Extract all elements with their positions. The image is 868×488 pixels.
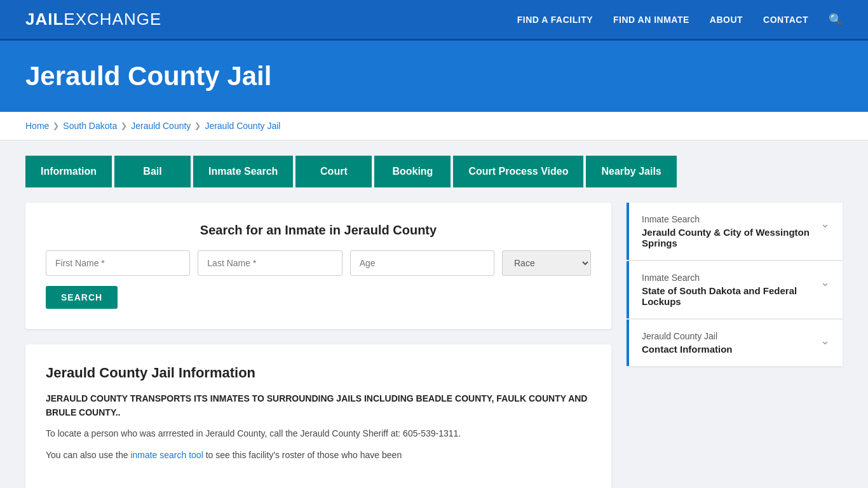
sidebar-card-0-label: Inmate Search (642, 214, 820, 224)
tab-court[interactable]: Court (295, 156, 372, 187)
sidebar-card-2-text: Jerauld County Jail Contact Information (642, 331, 733, 355)
search-icon-button[interactable]: 🔍 (829, 13, 843, 27)
chevron-down-icon-0: ⌄ (820, 217, 830, 231)
tab-nearby-jails[interactable]: Nearby Jails (586, 156, 676, 187)
sidebar-card-1-text: Inmate Search State of South Dakota and … (642, 273, 820, 307)
breadcrumb: Home ❯ South Dakota ❯ Jerauld County ❯ J… (0, 112, 868, 140)
sidebar-card-1-title: State of South Dakota and Federal Lockup… (642, 285, 820, 307)
tab-information[interactable]: Information (25, 156, 112, 187)
breadcrumb-sep-1: ❯ (53, 121, 59, 130)
logo: JAILEXCHANGE (25, 10, 161, 29)
inmate-search-link[interactable]: inmate search tool (130, 450, 203, 460)
age-input[interactable] (350, 250, 494, 276)
search-button[interactable]: SEARCH (46, 286, 118, 309)
first-name-input[interactable] (46, 250, 190, 276)
sidebar-card-2-label: Jerauld County Jail (642, 331, 733, 341)
chevron-down-icon-1: ⌄ (820, 275, 830, 289)
info-text-2: You can also use the inmate search tool … (46, 448, 591, 463)
search-card: Search for an Inmate in Jerauld County R… (25, 203, 611, 329)
sidebar-card-1-label: Inmate Search (642, 273, 820, 283)
info-text-before-link: You can also use the (46, 450, 130, 460)
tab-court-process-video[interactable]: Court Process Video (453, 156, 583, 187)
info-bold-text: JERAULD COUNTY TRANSPORTS ITS INMATES TO… (46, 391, 591, 420)
tab-bail[interactable]: Bail (114, 156, 191, 187)
left-panel: Search for an Inmate in Jerauld County R… (25, 203, 611, 488)
logo-light: EXCHANGE (64, 10, 161, 29)
race-select[interactable]: Race (502, 250, 591, 276)
content-layout: Search for an Inmate in Jerauld County R… (25, 203, 843, 488)
info-title: Jerauld County Jail Information (46, 365, 591, 381)
right-panel: Inmate Search Jerauld County & City of W… (627, 203, 843, 366)
tab-inmate-search[interactable]: Inmate Search (193, 156, 293, 187)
main-container: Information Bail Inmate Search Court Boo… (0, 140, 868, 488)
tabs-bar: Information Bail Inmate Search Court Boo… (25, 156, 843, 187)
nav-about[interactable]: ABOUT (710, 15, 743, 25)
nav-find-inmate[interactable]: FIND AN INMATE (613, 15, 689, 25)
info-text-1: To locate a person who was arrrested in … (46, 426, 591, 442)
tab-booking[interactable]: Booking (374, 156, 451, 187)
search-title: Search for an Inmate in Jerauld County (46, 223, 591, 238)
nav-contact[interactable]: CONTACT (763, 15, 808, 25)
search-form: Race (46, 250, 591, 276)
sidebar-card-0-title: Jerauld County & City of Wessington Spri… (642, 227, 820, 248)
sidebar-card-2[interactable]: Jerauld County Jail Contact Information … (627, 320, 843, 366)
last-name-input[interactable] (198, 250, 342, 276)
sidebar-card-1[interactable]: Inmate Search State of South Dakota and … (627, 261, 843, 318)
breadcrumb-current: Jerauld County Jail (205, 121, 280, 131)
nav: FIND A FACILITY FIND AN INMATE ABOUT CON… (517, 13, 843, 27)
sidebar-card-0[interactable]: Inmate Search Jerauld County & City of W… (627, 203, 843, 260)
logo-bold: JAIL (25, 10, 64, 29)
nav-find-facility[interactable]: FIND A FACILITY (517, 15, 593, 25)
breadcrumb-home[interactable]: Home (25, 121, 49, 131)
page-title: Jerauld County Jail (25, 61, 843, 92)
chevron-down-icon-2: ⌄ (820, 334, 830, 348)
header: JAILEXCHANGE FIND A FACILITY FIND AN INM… (0, 0, 868, 41)
breadcrumb-sep-3: ❯ (194, 121, 201, 130)
hero-section: Jerauld County Jail (0, 41, 868, 112)
breadcrumb-sep-2: ❯ (121, 121, 127, 130)
breadcrumb-county[interactable]: Jerauld County (131, 121, 191, 131)
sidebar-card-0-text: Inmate Search Jerauld County & City of W… (642, 214, 820, 248)
breadcrumb-state[interactable]: South Dakota (63, 121, 117, 131)
info-text-after-link: to see this facility's roster of those w… (203, 450, 402, 460)
sidebar-card-2-title: Contact Information (642, 344, 733, 355)
info-card: Jerauld County Jail Information JERAULD … (25, 344, 611, 488)
